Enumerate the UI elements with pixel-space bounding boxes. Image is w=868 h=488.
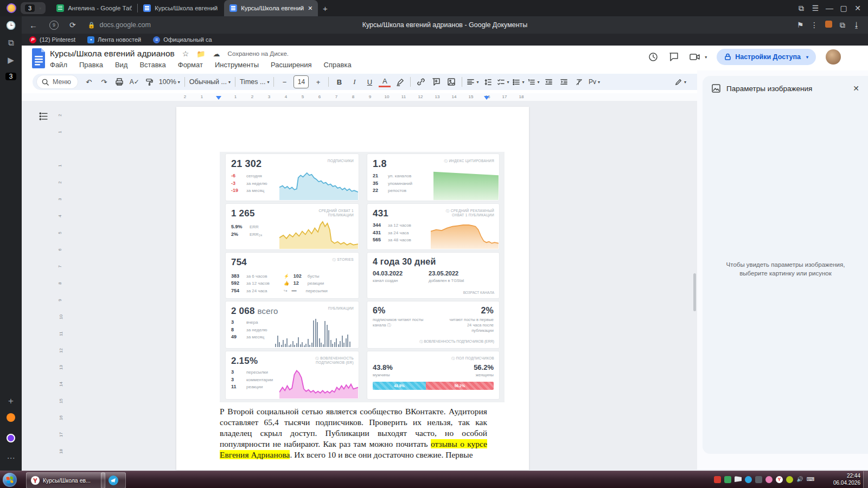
close-tab-icon[interactable]: ✕	[308, 5, 312, 12]
zoom-select[interactable]: 100%▾	[159, 76, 180, 88]
line-spacing-button[interactable]	[482, 76, 494, 88]
collections-icon[interactable]: ⧉	[835, 21, 850, 30]
maximize-button[interactable]: ▢	[837, 4, 851, 12]
tab-sheets[interactable]: Ангелина - Google Табли	[51, 0, 137, 16]
show-desktop-button[interactable]	[863, 471, 868, 488]
document-outline-button[interactable]	[37, 110, 50, 123]
devices-icon[interactable]: ⧉	[794, 4, 808, 13]
browser-action-icon[interactable]: 9	[49, 21, 59, 30]
tray-icon-pink[interactable]	[765, 476, 773, 483]
tray-flag-icon[interactable]	[735, 476, 742, 483]
decrease-indent-button[interactable]	[543, 76, 555, 88]
version-history-icon[interactable]	[648, 52, 659, 62]
clear-formatting-button[interactable]	[573, 76, 585, 88]
horizontal-ruler[interactable]: 21123456789101112131415161718	[22, 93, 697, 101]
bookmark-official-site[interactable]: ≡ Официальный са	[153, 36, 212, 43]
insert-link-icon[interactable]	[415, 76, 427, 88]
start-button[interactable]	[3, 473, 17, 487]
new-tab-button[interactable]: +	[318, 4, 332, 13]
alice-icon[interactable]	[0, 434, 22, 444]
page-mode-button[interactable]: Pv▾	[589, 76, 601, 88]
tab-docs-1[interactable]: Курсы/Школа евгений ад	[138, 0, 224, 16]
sidebar-badge-3[interactable]: 3	[5, 73, 16, 80]
checklist-button[interactable]: ▾	[497, 76, 509, 88]
align-button[interactable]: ▾	[467, 76, 478, 88]
font-select[interactable]: Times ...▾	[240, 76, 269, 88]
menu-file[interactable]: Файл	[50, 61, 67, 69]
text-color-button[interactable]: A	[379, 77, 391, 87]
document-scrollbar[interactable]	[693, 273, 696, 311]
taskbar-telegram[interactable]	[101, 472, 126, 488]
url-text[interactable]: docs.google.com	[99, 21, 151, 29]
font-size-increase[interactable]: +	[312, 76, 324, 88]
tray-icon-green[interactable]	[724, 476, 731, 483]
toolbar-search[interactable]: Меню	[37, 75, 78, 88]
panels-icon[interactable]: ⧉	[0, 38, 22, 48]
play-icon[interactable]: ▶	[0, 55, 22, 65]
star-icon[interactable]: ☆	[182, 49, 189, 58]
close-window-button[interactable]: ✕	[851, 4, 865, 12]
more-icon[interactable]: ⋯	[0, 453, 22, 463]
bulleted-list-button[interactable]: ▾	[512, 76, 524, 88]
editing-mode-button[interactable]: ▾	[674, 76, 686, 88]
menu-format[interactable]: Формат	[178, 61, 203, 69]
highlight-color-button[interactable]	[394, 76, 406, 88]
font-size-input[interactable]: 14	[293, 75, 309, 88]
meet-button[interactable]: ▾	[689, 52, 707, 62]
tray-telegram-icon[interactable]	[745, 476, 752, 483]
share-settings-button[interactable]: Настройки Доступа ▾	[717, 49, 816, 65]
document-page[interactable]: 21 302 ПОДПИСЧИКИ -6сегодня -3за неделю …	[176, 107, 529, 470]
underline-button[interactable]: U	[363, 76, 375, 88]
redo-icon[interactable]: ↷	[98, 76, 110, 88]
stats-image[interactable]: 21 302 ПОДПИСЧИКИ -6сегодня -3за неделю …	[220, 152, 505, 402]
reload-icon[interactable]: ⟳	[69, 21, 76, 29]
profile-avatar[interactable]	[7, 3, 16, 13]
right-indent-marker[interactable]	[484, 96, 489, 100]
back-icon[interactable]: ←	[29, 21, 37, 30]
document-title[interactable]: Курсы/Школа евгений адрианов	[50, 49, 175, 59]
keyboard-tray-icon[interactable]: ⌨	[807, 476, 814, 483]
italic-button[interactable]: I	[348, 76, 360, 88]
left-indent-marker[interactable]	[216, 96, 221, 100]
menu-help[interactable]: Справка	[324, 61, 352, 69]
print-icon[interactable]	[113, 76, 125, 88]
account-avatar[interactable]	[826, 49, 841, 65]
minimize-button[interactable]: —	[822, 4, 837, 12]
volume-icon[interactable]: 🔊	[796, 476, 803, 483]
tray-yandex-icon[interactable]: Y	[776, 476, 783, 483]
extension-icon[interactable]	[821, 21, 835, 29]
menu-view[interactable]: Вид	[115, 61, 128, 69]
move-folder-icon[interactable]: 📁	[196, 50, 205, 58]
menu-hamburger-icon[interactable]: ☰	[808, 4, 822, 12]
undo-icon[interactable]: ↶	[83, 76, 95, 88]
more-vert-icon[interactable]: ⋮	[807, 21, 821, 29]
tray-icon-red[interactable]	[714, 476, 721, 483]
bookmark-pinterest[interactable]: P (12) Pinterest	[29, 36, 75, 43]
google-docs-logo[interactable]	[31, 48, 47, 68]
document-paragraph[interactable]: Р Второй социальной сетью является сообщ…	[220, 406, 487, 460]
menu-extensions[interactable]: Расширения	[271, 61, 312, 69]
add-comment-icon[interactable]	[430, 76, 442, 88]
menu-tools[interactable]: Инструменты	[215, 61, 259, 69]
font-size-decrease[interactable]: −	[278, 76, 290, 88]
tab-counter-button[interactable]: 3 ▾	[21, 2, 46, 14]
close-panel-icon[interactable]: ✕	[853, 84, 859, 93]
insert-image-icon[interactable]	[445, 76, 457, 88]
spellcheck-icon[interactable]: A✓	[129, 76, 141, 88]
menu-edit[interactable]: Правка	[79, 61, 103, 69]
tray-icon-gray[interactable]	[755, 476, 762, 483]
tab-docs-2-active[interactable]: Курсы/Школа евгений ✕	[224, 0, 318, 16]
comments-icon[interactable]	[668, 52, 679, 62]
taskbar-window-yandex[interactable]: Y Курсы/Школа ев...	[26, 472, 105, 488]
downloads-icon[interactable]: ⭳	[850, 21, 864, 29]
history-icon[interactable]: 🕒	[0, 21, 22, 30]
add-panel-icon[interactable]: +	[0, 396, 22, 407]
yandex-music-icon[interactable]	[0, 413, 22, 423]
menu-insert[interactable]: Вставка	[139, 61, 165, 69]
numbered-list-button[interactable]: ▾	[527, 76, 539, 88]
bold-button[interactable]: B	[333, 76, 345, 88]
bookmark-news-feed[interactable]: ▪ Лента новостей	[87, 36, 141, 43]
styles-select[interactable]: Обычный ...▾	[189, 76, 231, 88]
increase-indent-button[interactable]	[558, 76, 570, 88]
taskbar-clock[interactable]: 22:44 06.04.2026	[833, 472, 860, 486]
